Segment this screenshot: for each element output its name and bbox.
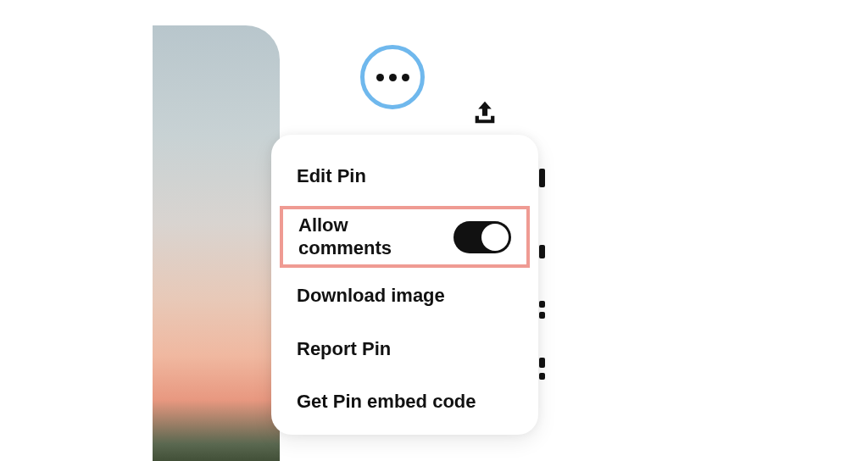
obscured-ui-fragment bbox=[539, 312, 545, 319]
pin-options-menu: Edit Pin Allow comments Download image R… bbox=[271, 135, 538, 435]
menu-item-label: Allow comments bbox=[298, 214, 426, 259]
edit-pin-item[interactable]: Edit Pin bbox=[271, 153, 538, 201]
more-options-button[interactable] bbox=[360, 45, 425, 109]
menu-item-label: Download image bbox=[297, 285, 445, 306]
pin-image-preview bbox=[153, 25, 280, 461]
more-icon bbox=[402, 74, 409, 81]
more-icon bbox=[376, 74, 384, 81]
menu-item-label: Get Pin embed code bbox=[297, 391, 476, 412]
obscured-ui-fragment bbox=[539, 301, 545, 308]
upload-icon bbox=[470, 99, 499, 128]
allow-comments-item[interactable]: Allow comments bbox=[280, 206, 530, 268]
menu-item-label: Report Pin bbox=[297, 338, 391, 359]
obscured-ui-fragment bbox=[539, 245, 545, 258]
allow-comments-toggle[interactable] bbox=[453, 221, 511, 253]
download-image-item[interactable]: Download image bbox=[271, 269, 538, 322]
menu-item-label: Edit Pin bbox=[297, 165, 366, 186]
obscured-ui-fragment bbox=[539, 358, 545, 368]
get-embed-code-item[interactable]: Get Pin embed code bbox=[271, 375, 538, 428]
share-upload-button[interactable] bbox=[470, 99, 499, 128]
report-pin-item[interactable]: Report Pin bbox=[271, 323, 538, 375]
obscured-ui-fragment bbox=[539, 169, 545, 187]
toggle-knob bbox=[481, 224, 509, 251]
more-icon bbox=[389, 74, 397, 81]
obscured-ui-fragment bbox=[539, 373, 545, 380]
